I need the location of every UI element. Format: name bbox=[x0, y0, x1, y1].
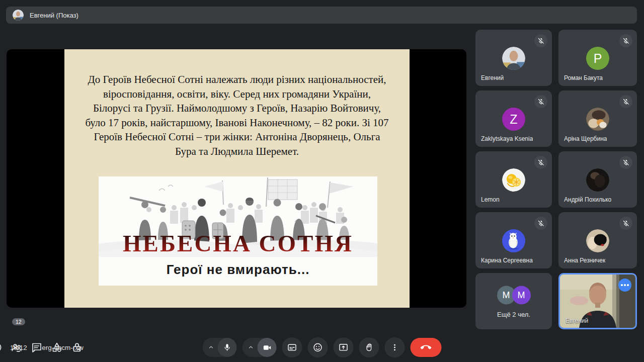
participant-name: Zaklytskaya Ksenia bbox=[481, 135, 533, 142]
avatar-owl bbox=[502, 229, 525, 252]
overflow-avatar-2: M bbox=[512, 286, 531, 305]
overflow-avatars: M M bbox=[475, 286, 552, 305]
chat-panel-button[interactable] bbox=[31, 341, 43, 353]
mic-off-icon bbox=[534, 156, 547, 169]
participant-tile-anna[interactable]: Анна Резничек bbox=[558, 212, 637, 268]
participant-name: Lemon bbox=[481, 196, 500, 203]
mic-off-icon bbox=[534, 34, 547, 47]
presenter-banner[interactable]: Евгений (Показ) bbox=[6, 7, 637, 24]
participant-name: Аріна Щербина bbox=[564, 135, 607, 142]
meeting-panels-group: 12 bbox=[0, 341, 634, 353]
google-meet-window: Евгений (Показ) До Героїв Небесної Сотні… bbox=[0, 0, 644, 362]
avatar-initial: Р bbox=[586, 47, 609, 70]
tile-more-options-button[interactable] bbox=[618, 279, 631, 292]
participant-tile-ksenia[interactable]: Z Zaklytskaya Ksenia bbox=[475, 90, 552, 147]
avatar-photo bbox=[586, 168, 609, 192]
bottom-bar: 18:12 | erg-obcm-rxw bbox=[0, 333, 644, 362]
mic-off-icon bbox=[534, 95, 547, 108]
activities-button[interactable] bbox=[51, 341, 63, 353]
screen-share-region: До Героїв Небесної Сотні належать люди р… bbox=[7, 49, 466, 308]
avatar-photo bbox=[502, 47, 525, 70]
participant-name: Евгений bbox=[481, 74, 504, 81]
participant-count-badge: 12 bbox=[12, 318, 25, 325]
participant-tile-overflow[interactable]: M M Ещё 2 чел. bbox=[475, 273, 552, 329]
banner-title: НЕБЕСНА СОТНЯ bbox=[99, 230, 377, 257]
avatar-photo bbox=[586, 108, 609, 131]
avatar-lemon bbox=[502, 168, 525, 192]
avatar-photo bbox=[586, 229, 609, 252]
participant-tile-lemon[interactable]: Lemon bbox=[475, 151, 552, 208]
participant-name: Анна Резничек bbox=[564, 257, 605, 264]
host-controls-button[interactable] bbox=[71, 341, 83, 353]
self-view-tile[interactable]: Евгений bbox=[558, 273, 637, 329]
participant-tile-arina[interactable]: Аріна Щербина bbox=[558, 90, 637, 147]
participant-tile-andriy[interactable]: Андрій Похилько bbox=[558, 151, 637, 208]
participant-tile-karina[interactable]: Карина Сергеевна bbox=[475, 212, 552, 268]
mic-off-icon bbox=[619, 95, 632, 108]
avatar-initial: Z bbox=[502, 108, 525, 131]
presenter-label: Евгений (Показ) bbox=[30, 12, 78, 19]
slide-image: НЕБЕСНА СОТНЯ Герої не вмирають... bbox=[99, 176, 377, 286]
participants-grid: Евгений Р Роман Бакута Z Zaklytskaya Kse… bbox=[475, 30, 637, 329]
participant-name: Карина Сергеевна bbox=[481, 257, 533, 264]
mic-off-icon bbox=[534, 217, 547, 230]
presenter-avatar bbox=[13, 10, 24, 21]
participant-tile-roman[interactable]: Р Роман Бакута bbox=[558, 30, 637, 86]
slide-paragraph: До Героїв Небесної Сотні належать люди р… bbox=[64, 49, 410, 158]
participant-name: Роман Бакута bbox=[564, 74, 603, 81]
participant-name: Андрій Похилько bbox=[564, 196, 611, 203]
participant-name: Евгений bbox=[566, 317, 588, 324]
mic-off-icon bbox=[619, 156, 632, 169]
people-panel-button[interactable] bbox=[11, 341, 23, 353]
mic-off-icon bbox=[619, 217, 632, 230]
banner-subtitle: Герої не вмирають... bbox=[99, 262, 377, 278]
overflow-count-label: Ещё 2 чел. bbox=[475, 311, 552, 318]
presentation-slide: До Героїв Небесної Сотні належать люди р… bbox=[64, 49, 410, 308]
participant-tile-evgeniy[interactable]: Евгений bbox=[475, 30, 552, 86]
mic-off-icon bbox=[619, 34, 632, 47]
meeting-details-button[interactable] bbox=[0, 341, 3, 353]
